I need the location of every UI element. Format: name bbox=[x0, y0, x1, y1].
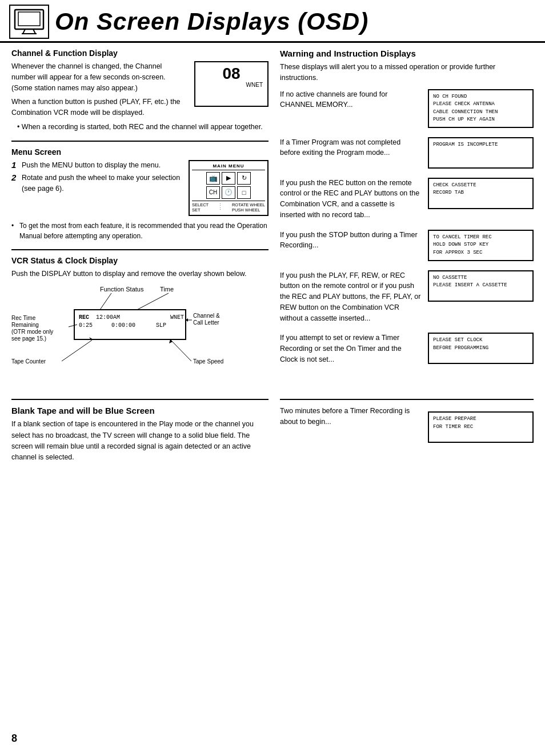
warning-item-0: If no active channels are found for CHAN… bbox=[280, 89, 534, 128]
left-column: Channel & Function Display Whenever the … bbox=[11, 49, 269, 385]
warn-text-5: If you attempt to set or review a Timer … bbox=[280, 333, 421, 365]
warn-line-1-0: PROGRAM IS INCOMPLETE bbox=[433, 141, 528, 149]
menu-icon-dioma: ↻ bbox=[237, 172, 251, 185]
divider-1 bbox=[11, 141, 269, 142]
timer-box: PLEASE PREPARE FOR TIMER REC bbox=[428, 411, 534, 443]
menu-icon-ch: CH bbox=[206, 186, 220, 199]
vcr-title: VCR Status & Clock Display bbox=[11, 256, 269, 265]
blank-title: Blank Tape and will be Blue Screen bbox=[11, 406, 269, 415]
blank-section: Blank Tape and will be Blue Screen If a … bbox=[11, 406, 269, 463]
svg-text:0:25: 0:25 bbox=[79, 322, 93, 329]
menu-icon-clock: 🕐 bbox=[222, 186, 235, 199]
svg-text:12:00AM: 12:00AM bbox=[96, 314, 120, 321]
vcr-para: Push the DISPLAY button to display and r… bbox=[11, 269, 269, 279]
step1-desc: Push the MENU button to display the menu… bbox=[22, 160, 161, 171]
svg-text:Tape Counter: Tape Counter bbox=[11, 358, 46, 365]
menu-step1: 1 Push the MENU button to display the me… bbox=[11, 160, 182, 171]
warn-line-3-1: HOLD DOWN STOP KEY bbox=[433, 241, 528, 249]
svg-text:WNET: WNET bbox=[170, 314, 184, 321]
warn-line-0-0: NO CH FOUND bbox=[433, 93, 528, 101]
warn-line-5-1: BEFORE PROGRAMMING bbox=[433, 345, 528, 353]
warn-text-2: If you push the REC button on the remote… bbox=[280, 178, 421, 221]
warn-line-3-2: FOR APPROX 3 SEC bbox=[433, 249, 528, 257]
step1-num: 1 bbox=[11, 160, 19, 170]
menu-icons-row2: CH 🕐 □ bbox=[192, 186, 265, 199]
menu-rotate: ROTATE WHEELPUSH WHEEL bbox=[232, 202, 265, 213]
divider-2 bbox=[11, 249, 269, 250]
svg-line-7 bbox=[100, 293, 111, 310]
menu-bullet: To get the most from each feature, it is… bbox=[11, 221, 269, 241]
bottom-right: Two minutes before a Timer Recording is … bbox=[280, 391, 534, 463]
vcr-diagram: Function Status Time REC 12:00AM WNET 0:… bbox=[11, 283, 251, 381]
main-content: Channel & Function Display Whenever the … bbox=[0, 43, 545, 391]
blank-text: If a blank section of tape is encountere… bbox=[11, 419, 269, 463]
warning-section: Warning and Instruction Displays These d… bbox=[280, 49, 534, 365]
menu-text-block: 1 Push the MENU button to display the me… bbox=[11, 160, 182, 197]
channel-wnet: WNET bbox=[246, 82, 263, 88]
menu-icon-tv: 📺 bbox=[206, 172, 220, 185]
vcr-svg: Function Status Time REC 12:00AM WNET 0:… bbox=[11, 283, 251, 381]
svg-text:0:00:00: 0:00:00 bbox=[111, 322, 135, 329]
bottom-left: Blank Tape and will be Blue Screen If a … bbox=[11, 391, 269, 463]
channel-para1: Whenever the channel is changed, the Cha… bbox=[11, 61, 187, 93]
svg-line-20 bbox=[69, 325, 77, 327]
timer-line-1: FOR TIMER REC bbox=[433, 423, 528, 431]
menu-select: SELECTSET bbox=[192, 202, 209, 213]
timer-line-0: PLEASE PREPARE bbox=[433, 415, 528, 423]
menu-select-row: SELECTSET :: ROTATE WHEELPUSH WHEEL bbox=[192, 201, 265, 213]
svg-text:Channel &: Channel & bbox=[193, 313, 220, 319]
svg-text:see page 15.): see page 15.) bbox=[11, 335, 46, 342]
warn-text-0: If no active channels are found for CHAN… bbox=[280, 89, 421, 111]
page-number: 8 bbox=[11, 733, 17, 745]
warn-box-5: PLEASE SET CLOCK BEFORE PROGRAMMING bbox=[428, 333, 534, 364]
page-title: On Screen Displays (OSD) bbox=[55, 10, 368, 34]
svg-marker-30 bbox=[169, 339, 173, 343]
warning-item-1: If a Timer Program was not completed bef… bbox=[280, 137, 534, 169]
warn-text-1: If a Timer Program was not completed bef… bbox=[280, 137, 421, 159]
step2-num: 2 bbox=[11, 173, 19, 183]
menu-box-title: MAIN MENU bbox=[192, 163, 265, 170]
channel-text-block: Whenever the channel is changed, the Cha… bbox=[11, 61, 187, 118]
svg-text:Function Status: Function Status bbox=[100, 286, 144, 293]
warn-line-0-3: PUSH CH UP KEY AGAIN bbox=[433, 116, 528, 124]
warning-title: Warning and Instruction Displays bbox=[280, 49, 534, 58]
warn-line-0-1: PLEASE CHECK ANTENNA bbox=[433, 101, 528, 109]
warning-item-4: If you push the PLAY, FF, REW, or REC bu… bbox=[280, 270, 534, 324]
svg-rect-0 bbox=[15, 10, 43, 29]
menu-icon-exit: □ bbox=[237, 186, 251, 199]
channel-para2: When a function button is pushed (PLAY, … bbox=[11, 97, 187, 118]
channel-number: 08 bbox=[222, 66, 240, 82]
timer-text: Two minutes before a Timer Recording is … bbox=[280, 406, 421, 427]
channel-display-box: 08 WNET bbox=[194, 61, 269, 107]
warning-item-2: If you push the REC button on the remote… bbox=[280, 178, 534, 221]
page-header: On Screen Displays (OSD) bbox=[0, 0, 545, 43]
right-column: Warning and Instruction Displays These d… bbox=[280, 49, 534, 385]
menu-colon: :: bbox=[220, 202, 221, 213]
tv-icon bbox=[9, 5, 49, 39]
warn-line-4-0: NO CASSETTE bbox=[433, 274, 528, 282]
warn-text-3: If you push the STOP button during a Tim… bbox=[280, 230, 421, 251]
warning-intro: These displays will alert you to a misse… bbox=[280, 62, 534, 83]
step2-desc: Rotate and push the wheel to make your s… bbox=[22, 173, 182, 194]
svg-text:Remaining: Remaining bbox=[11, 322, 39, 328]
svg-text:Rec Time: Rec Time bbox=[11, 315, 36, 321]
warn-line-3-0: TO CANCEL TIMER REC bbox=[433, 234, 528, 242]
svg-text:REC: REC bbox=[79, 314, 89, 321]
warn-line-5-0: PLEASE SET CLOCK bbox=[433, 337, 528, 345]
warn-line-4-1: PLEASE INSERT A CASSETTE bbox=[433, 282, 528, 290]
warning-item-5: If you attempt to set or review a Timer … bbox=[280, 333, 534, 365]
bottom-content: Blank Tape and will be Blue Screen If a … bbox=[0, 391, 545, 475]
svg-line-29 bbox=[170, 339, 191, 361]
channel-title: Channel & Function Display bbox=[11, 49, 269, 58]
warn-line-0-2: CABLE CONNECTION THEN bbox=[433, 109, 528, 117]
menu-icon-vcr: ▶ bbox=[222, 172, 235, 185]
svg-line-22 bbox=[62, 341, 91, 361]
svg-rect-1 bbox=[18, 12, 40, 26]
timer-rec-row: Two minutes before a Timer Recording is … bbox=[280, 406, 534, 443]
warn-box-2: CHECK CASSETTE RECORD TAB bbox=[428, 178, 534, 209]
channel-display-row: Whenever the channel is changed, the Cha… bbox=[11, 61, 269, 118]
svg-line-8 bbox=[137, 293, 169, 310]
warning-item-3: If you push the STOP button during a Tim… bbox=[280, 230, 534, 261]
divider-3 bbox=[11, 399, 269, 400]
warn-box-4: NO CASSETTE PLEASE INSERT A CASSETTE bbox=[428, 270, 534, 302]
